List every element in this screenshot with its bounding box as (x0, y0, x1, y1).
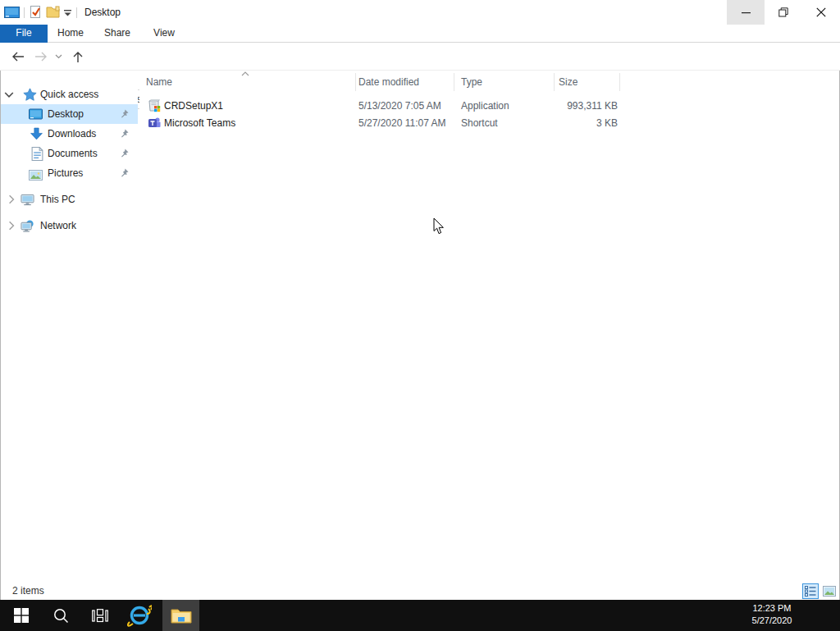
sidebar-item-downloads[interactable]: Downloads (1, 124, 138, 144)
chevron-collapsed-icon[interactable] (7, 221, 16, 231)
sidebar-item-label: Network (40, 216, 76, 235)
desktop-icon (29, 107, 43, 121)
large-icons-view-icon (823, 586, 836, 597)
tray-clock[interactable]: 12:23 PM 5/27/2020 (742, 602, 801, 629)
pin-icon (119, 168, 129, 178)
sidebar-item-label: Downloads (48, 124, 96, 144)
this-pc-icon (21, 193, 34, 207)
back-button[interactable] (8, 43, 28, 71)
file-explorer-taskbar-button[interactable] (162, 600, 199, 631)
tab-file[interactable]: File (0, 25, 48, 43)
teams-icon (148, 117, 161, 130)
minimize-icon (742, 8, 751, 17)
pin-icon (119, 129, 129, 139)
column-separator[interactable] (355, 73, 356, 91)
file-row-crdsetupx1[interactable]: CRDSetupX1 5/13/2020 7:05 AM Application… (139, 98, 632, 115)
taskbar-search-button[interactable] (43, 600, 79, 631)
column-header-size[interactable]: Size (559, 76, 578, 88)
tab-home[interactable]: Home (48, 25, 94, 43)
sidebar-item-pictures[interactable]: Pictures (1, 163, 138, 183)
sidebar-item-this-pc[interactable]: This PC (1, 190, 138, 209)
window-title: Desktop (84, 7, 121, 18)
address-bar-row: This PC Desktop (0, 43, 840, 71)
qat-new-folder-icon[interactable] (46, 6, 60, 18)
restore-button[interactable] (765, 0, 802, 25)
file-date-modified: 5/13/2020 7:05 AM (358, 98, 441, 115)
sidebar-item-network[interactable]: Network (1, 216, 138, 235)
sidebar-item-label: Documents (48, 144, 98, 163)
documents-icon (30, 147, 44, 161)
pin-icon (119, 149, 129, 158)
clock-time: 12:23 PM (742, 602, 801, 615)
chevron-down-icon (55, 54, 62, 59)
status-bar: 2 items (1, 583, 839, 600)
clock-date: 5/27/2020 (742, 615, 801, 627)
restore-icon (778, 7, 788, 17)
up-icon (73, 51, 83, 63)
close-icon (816, 7, 826, 17)
file-size: 3 KB (509, 115, 618, 132)
file-explorer-icon (171, 607, 192, 624)
sidebar-item-quick-access[interactable]: Quick access (1, 85, 138, 104)
file-name[interactable]: CRDSetupX1 (164, 98, 223, 115)
column-header-row: Name Date modified Type Size (139, 71, 632, 92)
titlebar: Desktop (0, 0, 840, 25)
qat-customize-dropdown-icon[interactable] (63, 10, 73, 16)
explorer-window-icon (4, 7, 20, 18)
qat-properties-icon[interactable] (30, 5, 42, 20)
qat-separator (24, 7, 25, 18)
tab-share[interactable]: Share (94, 25, 141, 43)
explorer-window: Desktop File Home Share View (0, 0, 840, 600)
details-view-icon (805, 586, 816, 597)
downloads-icon (30, 127, 43, 141)
task-view-icon (92, 609, 108, 623)
sidebar-item-desktop[interactable]: Desktop (1, 104, 138, 124)
items-count: 2 items (12, 583, 44, 600)
installer-icon (148, 99, 161, 112)
mouse-cursor (433, 218, 445, 235)
file-size: 993,311 KB (509, 98, 618, 115)
close-button[interactable] (802, 0, 840, 25)
file-date-modified: 5/27/2020 11:07 AM (358, 115, 446, 132)
file-type: Shortcut (461, 115, 498, 132)
tab-view[interactable]: View (141, 25, 187, 43)
up-button[interactable] (69, 43, 87, 71)
network-icon (21, 219, 34, 233)
forward-button[interactable] (31, 43, 51, 71)
chevron-collapsed-icon[interactable] (7, 194, 16, 204)
forward-icon (34, 52, 48, 62)
large-icons-view-button[interactable] (822, 585, 836, 597)
ribbon-tab-row: File Home Share View (0, 25, 840, 43)
back-icon (11, 52, 25, 62)
quick-access-star-icon (23, 88, 37, 102)
task-view-button[interactable] (82, 600, 118, 631)
column-header-name[interactable]: Name (146, 76, 172, 88)
minimize-button[interactable] (727, 0, 765, 25)
column-header-date-modified[interactable]: Date modified (358, 76, 419, 88)
sidebar-item-label: This PC (40, 190, 75, 209)
file-row-microsoft-teams[interactable]: Microsoft Teams 5/27/2020 11:07 AM Short… (139, 115, 632, 132)
column-separator[interactable] (554, 73, 555, 91)
details-view-button[interactable] (802, 583, 819, 599)
recent-locations-button[interactable] (51, 43, 66, 71)
sidebar-item-documents[interactable]: Documents (1, 144, 138, 163)
column-header-type[interactable]: Type (461, 76, 482, 88)
internet-explorer-icon (127, 604, 152, 627)
taskbar: 12:23 PM 5/27/2020 (0, 600, 840, 631)
column-separator[interactable] (619, 73, 620, 91)
sidebar-item-label: Pictures (48, 163, 83, 183)
sidebar-item-label: Quick access (40, 85, 98, 104)
chevron-expanded-icon[interactable] (4, 90, 14, 100)
search-icon (53, 608, 69, 624)
sort-ascending-icon (241, 71, 249, 76)
qat-separator (76, 7, 77, 18)
start-button[interactable] (3, 600, 39, 631)
sidebar-item-label: Desktop (48, 104, 84, 124)
file-list: Name Date modified Type Size CRDSetupX1 (139, 71, 839, 583)
file-name[interactable]: Microsoft Teams (164, 115, 235, 132)
column-separator[interactable] (454, 73, 454, 91)
file-type: Application (461, 98, 509, 115)
internet-explorer-button[interactable] (121, 600, 158, 631)
pin-icon (119, 109, 129, 119)
navigation-pane: Quick access Desktop Downloads (1, 71, 138, 583)
